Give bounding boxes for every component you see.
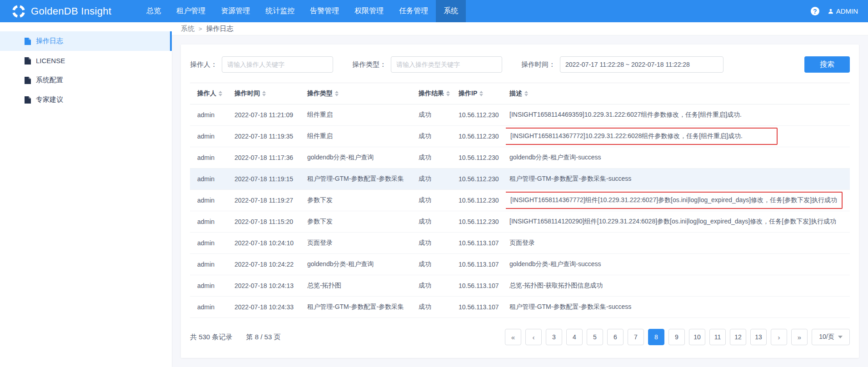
- sidebar: 操作日志LICENSE系统配置专家建议: [0, 22, 172, 367]
- column-header-result[interactable]: 操作结果: [415, 83, 455, 104]
- nav-item-overview[interactable]: 总览: [139, 0, 169, 22]
- topbar-right: ? ADMIN: [811, 7, 858, 15]
- cell-desc: goldendb分类-租户查询-success: [506, 254, 850, 275]
- cell-desc: 页面登录: [506, 233, 850, 254]
- sidebar-item-system-config[interactable]: 系统配置: [0, 70, 172, 90]
- column-header-time[interactable]: 操作时间: [231, 83, 304, 104]
- time-range-input[interactable]: [560, 56, 723, 73]
- pagination-page-8[interactable]: 8: [648, 329, 664, 345]
- cell-result: 成功: [415, 275, 455, 297]
- description-text: [INSIGHT1658114367772]组件[10.229.31.222:6…: [506, 192, 843, 209]
- table-row[interactable]: admin2022-07-18 11:19:27参数下发成功10.56.112.…: [190, 190, 850, 211]
- pagination-page-9[interactable]: 9: [668, 329, 685, 345]
- table-row[interactable]: admin2022-07-18 11:19:15租户管理-GTM-参数配置-参数…: [190, 169, 850, 190]
- cell-operator: admin: [190, 147, 231, 169]
- table-row[interactable]: admin2022-07-18 10:24:13总览-拓扑图成功10.56.11…: [190, 275, 850, 297]
- nav-item-tenant-mgmt[interactable]: 租户管理: [169, 0, 213, 22]
- description-text: goldendb分类-租户查询-success: [509, 154, 601, 161]
- column-header-operator[interactable]: 操作人: [190, 83, 231, 104]
- pagination-page-11[interactable]: 11: [709, 329, 726, 345]
- pagination: «‹345678910111213›»10/页: [505, 329, 850, 345]
- sort-icon[interactable]: [219, 91, 222, 96]
- cell-result: 成功: [415, 147, 455, 169]
- chevron-down-icon: [838, 336, 843, 338]
- cell-result: 成功: [415, 254, 455, 275]
- column-label: 操作人: [197, 89, 216, 97]
- cell-desc: [INSIGHT1658114469359]10.229.31.222:6027…: [506, 104, 850, 126]
- pagination-page-10[interactable]: 10: [689, 329, 705, 345]
- pagination-page-5[interactable]: 5: [587, 329, 603, 345]
- pagination-page-4[interactable]: 4: [566, 329, 583, 345]
- file-icon: [25, 57, 31, 64]
- user-menu[interactable]: ADMIN: [828, 7, 858, 15]
- pagination-jump-next[interactable]: »: [791, 329, 808, 345]
- cell-ip: 10.56.113.107: [455, 297, 506, 318]
- sidebar-item-expert-advice[interactable]: 专家建议: [0, 90, 172, 109]
- table-row[interactable]: admin2022-07-18 11:19:35组件重启成功10.56.112.…: [190, 126, 850, 147]
- description-text: goldendb分类-租户查询-success: [509, 260, 601, 268]
- cell-time: 2022-07-18 11:15:20: [231, 211, 304, 233]
- page-indicator: 第 8 / 53 页: [246, 333, 281, 341]
- goldendb-logo-icon: [12, 5, 25, 18]
- page-size-value: 10/页: [819, 333, 834, 341]
- cell-desc: 租户管理-GTM-参数配置-参数采集-success: [506, 169, 850, 190]
- nav-item-stats-monitor[interactable]: 统计监控: [258, 0, 302, 22]
- sort-icon[interactable]: [335, 91, 339, 96]
- nav-item-resource-mgmt[interactable]: 资源管理: [213, 0, 258, 22]
- operation-log-card: 操作人： 操作类型： 操作时间： 搜索 操作人操作时间操作类型操作结果操作IP描…: [181, 45, 859, 358]
- cell-result: 成功: [415, 104, 455, 126]
- cell-desc: goldendb分类-租户查询-success: [506, 147, 850, 169]
- table-row[interactable]: admin2022-07-18 10:24:10页面登录成功10.56.113.…: [190, 233, 850, 254]
- total-records: 共 530 条记录: [190, 333, 232, 341]
- cell-desc: 总览-拓扑图-获取拓扑图信息成功: [506, 275, 850, 297]
- search-button[interactable]: 搜索: [804, 56, 850, 73]
- column-header-desc[interactable]: 描述: [506, 83, 850, 104]
- sidebar-item-label: LICENSE: [36, 57, 65, 64]
- pagination-page-6[interactable]: 6: [607, 329, 624, 345]
- cell-ip: 10.56.112.230: [455, 169, 506, 190]
- cell-time: 2022-07-18 11:19:15: [231, 169, 304, 190]
- sidebar-item-operation-log[interactable]: 操作日志: [0, 31, 172, 51]
- table-row[interactable]: admin2022-07-18 11:17:36goldendb分类-租户查询成…: [190, 147, 850, 169]
- cell-type: 页面登录: [304, 233, 415, 254]
- table-row[interactable]: admin2022-07-18 11:15:20参数下发成功10.56.112.…: [190, 211, 850, 233]
- column-label: 操作IP: [459, 89, 477, 97]
- table-header-row: 操作人操作时间操作类型操作结果操作IP描述: [190, 83, 850, 104]
- pagination-jump-prev[interactable]: «: [505, 329, 521, 345]
- nav-item-permission-mgmt[interactable]: 权限管理: [347, 0, 391, 22]
- column-header-type[interactable]: 操作类型: [304, 83, 415, 104]
- username: ADMIN: [836, 7, 858, 15]
- nav-item-alarm-mgmt[interactable]: 告警管理: [302, 0, 347, 22]
- cell-operator: admin: [190, 104, 231, 126]
- type-input[interactable]: [391, 56, 502, 73]
- cell-result: 成功: [415, 211, 455, 233]
- sidebar-item-license[interactable]: LICENSE: [0, 51, 172, 70]
- nav-item-system[interactable]: 系统: [436, 0, 466, 22]
- table-row[interactable]: admin2022-07-18 11:21:09组件重启成功10.56.112.…: [190, 104, 850, 126]
- nav-item-task-mgmt[interactable]: 任务管理: [391, 0, 436, 22]
- cell-type: 总览-拓扑图: [304, 275, 415, 297]
- pagination-next[interactable]: ›: [771, 329, 787, 345]
- sort-icon[interactable]: [524, 91, 528, 96]
- main-nav: 总览租户管理资源管理统计监控告警管理权限管理任务管理系统: [139, 0, 466, 22]
- sort-icon[interactable]: [446, 91, 450, 96]
- help-icon[interactable]: ?: [811, 7, 819, 15]
- column-header-ip[interactable]: 操作IP: [455, 83, 506, 104]
- cell-operator: admin: [190, 211, 231, 233]
- description-text: [INSIGHT1658114469359]10.229.31.222:6027…: [509, 111, 742, 118]
- sort-icon[interactable]: [479, 91, 483, 96]
- pagination-prev[interactable]: ‹: [525, 329, 542, 345]
- pagination-page-7[interactable]: 7: [628, 329, 644, 345]
- pagination-page-13[interactable]: 13: [750, 329, 767, 345]
- top-nav-bar: GoldenDB Insight 总览租户管理资源管理统计监控告警管理权限管理任…: [0, 0, 868, 22]
- table-row[interactable]: admin2022-07-18 10:24:33租户管理-GTM-参数配置-参数…: [190, 297, 850, 318]
- pagination-page-12[interactable]: 12: [730, 329, 746, 345]
- table-row[interactable]: admin2022-07-18 10:24:22goldendb分类-租户查询成…: [190, 254, 850, 275]
- sort-icon[interactable]: [262, 91, 266, 96]
- pagination-page-3[interactable]: 3: [546, 329, 562, 345]
- page-size-select[interactable]: 10/页: [812, 329, 850, 345]
- cell-result: 成功: [415, 169, 455, 190]
- breadcrumb-item-system[interactable]: 系统: [181, 25, 195, 33]
- operator-label: 操作人：: [190, 60, 217, 69]
- operator-input[interactable]: [222, 56, 333, 73]
